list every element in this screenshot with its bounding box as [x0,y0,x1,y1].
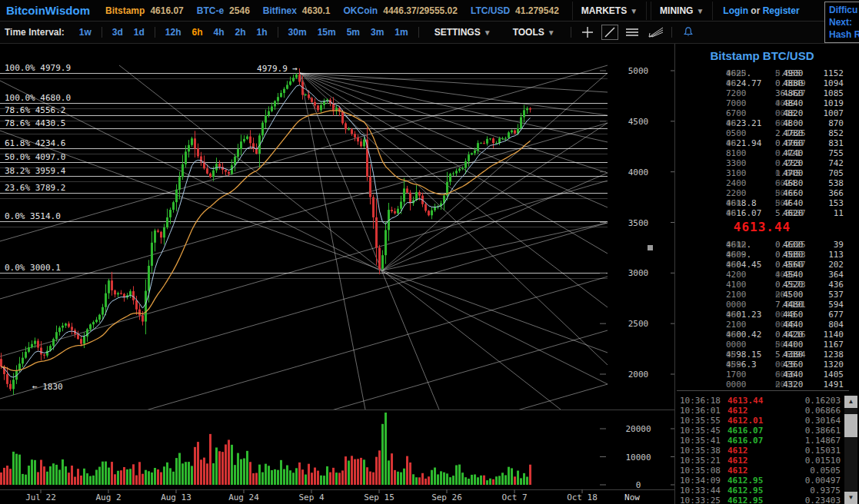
interval-6h[interactable]: 6h [192,27,203,38]
trade-row: 10:35:0846120.0505 [675,466,844,476]
mining-info-panel: DifficuNext:Hash R [824,2,859,43]
horizontal-lines-tool-button[interactable] [623,24,641,41]
horizontal-lines-icon [626,28,638,37]
fib-label: 38.2% 3959.4 [5,166,66,176]
interval-2h[interactable]: 2h [235,27,246,38]
volume-axis-label: 20000 [625,424,651,434]
tools-menu-label: TOOLS [513,27,544,38]
price-axis-label: 3000 [628,268,649,278]
interval-4h[interactable]: 4h [214,27,225,38]
ticker-btc-e[interactable]: BTC-e2546 [197,5,250,16]
trendline-icon [604,27,615,38]
ticker-value: 4446.37/29555.02 [383,5,458,16]
time-axis-label: Sep 4 [298,492,324,502]
ask-row: 31001.04504700705 [675,168,854,178]
drag-handle[interactable] [648,245,653,250]
orderbook-title: Bitstamp BTC/USD [675,49,849,62]
price-annotation: 4979.9 → [257,64,298,74]
brand-logo[interactable]: BitcoinWisdom [6,4,90,17]
interval-list: 1w3d1d12h6h4h2h1h30m15m5m3m1m [74,27,414,38]
trades-scrollbar[interactable]: ▲ ▼ [844,396,857,504]
auth-or-text: or [751,5,760,16]
ask-row: 4618.80005.70004640153 [675,198,854,208]
register-link[interactable]: Register [763,5,800,16]
trend-lines [0,65,608,504]
interval-15m[interactable]: 15m [318,27,336,38]
time-axis-label: Aug 13 [161,492,191,502]
divider [102,27,102,38]
bid-row: 00007.01914480594 [675,300,854,310]
fib-label: 78.6% 4430.5 [5,118,65,128]
trade-row: 10:35:554612.010.30164 [675,416,844,426]
interval-1m[interactable]: 1m [395,27,408,38]
ticker-label: LTC/USD [471,5,510,16]
interval-1h[interactable]: 1h [257,27,268,38]
interval-3d[interactable]: 3d [112,27,123,38]
interval-5m[interactable]: 5m [347,27,360,38]
ask-row: 67000.180048201007 [675,108,854,118]
ticker-bitstamp[interactable]: Bitstamp4616.07 [105,5,184,16]
ticker-label: Bitfinex [263,5,297,16]
mining-info-line: Hash R [829,28,859,41]
divider [571,27,571,38]
ticker-label: BTC-e [197,5,224,16]
trendline-tool-button[interactable] [601,25,618,40]
bid-row: 4600.42000.021644201140 [675,330,854,340]
ask-row: 33000.28304720742 [675,158,854,168]
crosshair-icon [582,27,593,38]
scroll-down-button[interactable]: ▼ [844,492,857,504]
ticker-bitfinex[interactable]: Bitfinex4630.1 [263,5,331,16]
price-chart[interactable]: 100.0% 4979.9100.0% 4680.078.6% 4556.278… [0,0,674,504]
mining-menu-button[interactable]: MINING▼ [651,2,713,20]
scroll-thumb[interactable] [844,414,857,437]
interval-1d[interactable]: 1d [134,27,145,38]
settings-menu-label: SETTINGS [434,27,481,38]
chevron-down-icon: ▼ [548,28,555,37]
settings-menu-button[interactable]: SETTINGS▼ [434,27,491,38]
trade-row: 10:33:444612.950.9375 [675,486,844,496]
scroll-up-button[interactable]: ▲ [844,396,857,408]
interval-1w[interactable]: 1w [79,27,92,38]
bid-row: 41000.25734520436 [675,280,854,290]
fib-label: 78.6% 4556.2 [5,105,65,115]
ticker-ltc/usd[interactable]: LTC/USD41.279542 [471,5,559,16]
bid-row: 21000.05004440804 [675,320,854,330]
ask-row: 4616.07005.3007462011 [675,208,854,218]
time-axis-label: Oct 18 [567,492,598,502]
interval-30m[interactable]: 30m [288,27,307,38]
ask-row: 81000.42104740755 [675,148,854,158]
ticker-okcoin[interactable]: OKCoin4446.37/29555.02 [344,5,458,16]
fib-label: 23.6% 3789.2 [5,183,65,193]
ask-row: 05002.16254780852 [675,128,854,138]
fan-tool-button[interactable] [646,24,664,41]
bid-row: 210020.0004500537 [675,290,854,300]
time-axis-label: Aug 24 [228,492,259,502]
ticker-label: Bitstamp [105,5,145,16]
time-axis-label: Jul 22 [25,492,56,502]
divider [677,390,849,391]
tools-menu-button[interactable]: TOOLS▼ [513,27,555,38]
interval-12h[interactable]: 12h [165,27,181,38]
alerts-bell-button[interactable] [679,24,698,41]
crosshair-tool-button[interactable] [578,24,597,41]
fib-label: 0.0% 3000.1 [5,263,61,273]
ask-row: 4623.21006.20004800870 [675,118,854,128]
bid-row: 4598.15005.639443801238 [675,350,854,360]
divider [418,27,419,38]
divider [278,27,278,38]
price-axis-label: 3500 [628,218,649,228]
markets-menu-button[interactable]: MARKETS▼ [572,2,647,20]
top-bar: BitcoinWisdom Bitstamp4616.07BTC-e2546Bi… [0,0,859,22]
trade-row: 10:36:184613.440.16203 [675,396,844,406]
bell-icon [683,27,694,38]
trade-row: 10:35:2146120.01510 [675,456,844,466]
mining-menu-label: MINING [660,5,693,16]
interval-3m[interactable]: 3m [371,27,384,38]
bid-row: 4604.45000.90474560202 [675,260,854,270]
mining-info-line: Next: [829,16,859,28]
bid-row: 00002.000043201491 [675,380,854,390]
login-link[interactable]: Login [723,5,748,16]
current-price: 4613.44 [675,220,849,234]
bid-row: 4609.00000.08534580113 [675,250,854,260]
ask-list: 4625.00005.0550490011524624.77000.004948… [675,68,854,218]
